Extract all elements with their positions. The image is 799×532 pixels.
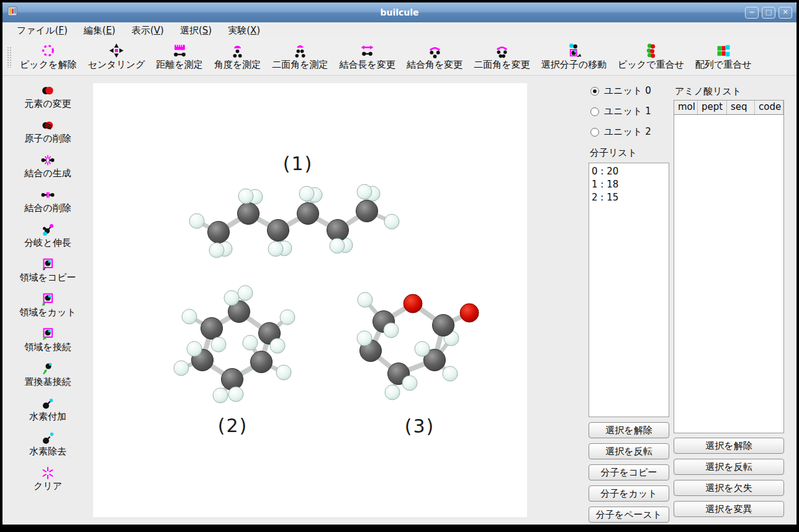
cut-molecule-button[interactable]: 分子をカット <box>589 485 669 502</box>
atom-H[interactable] <box>224 291 239 305</box>
toolbar-change-bond-length[interactable]: 結合長を変更 <box>334 42 401 71</box>
atom-H[interactable] <box>402 376 417 390</box>
molecule-viewport[interactable]: (1)(2)(3) <box>93 83 527 517</box>
toolbar-measure-angle[interactable]: 角度を測定 <box>209 42 266 71</box>
sidebar-create-bond[interactable]: 結合の生成 <box>2 153 93 179</box>
atom-C[interactable] <box>238 203 260 225</box>
amino-invert-selection-button[interactable]: 選択を反転 <box>674 459 784 475</box>
toolbar-superpose-array[interactable]: 配列で重合せ <box>690 42 757 71</box>
atom-H[interactable] <box>238 286 253 300</box>
atom-H[interactable] <box>276 365 291 380</box>
sidebar-cut-region[interactable]: 領域をカット <box>2 292 93 318</box>
atom-H[interactable] <box>270 338 285 353</box>
sidebar-branch-extend[interactable]: 分岐と伸長 <box>2 222 93 249</box>
atom-H[interactable] <box>174 361 189 376</box>
radio-icon[interactable] <box>590 107 599 116</box>
toolbar-grip-handle[interactable] <box>7 47 12 68</box>
molecule-listbox[interactable]: 0 : 201 : 182 : 15 <box>589 163 669 417</box>
molecule-list-item[interactable]: 1 : 18 <box>592 178 669 191</box>
minimize-button[interactable]: − <box>745 7 759 19</box>
sidebar-connect-substituent[interactable]: 置換基接続 <box>2 361 93 388</box>
atom-H[interactable] <box>211 337 226 352</box>
toolbar-item-label: 二面角を変更 <box>474 59 530 71</box>
atom-C[interactable] <box>251 351 273 373</box>
atom-H[interactable] <box>238 189 253 204</box>
close-button[interactable]: ✕ <box>779 7 792 19</box>
amino-deselect-button[interactable]: 選択を解除 <box>674 438 784 454</box>
atom-H[interactable] <box>209 243 224 258</box>
atom-H[interactable] <box>358 292 372 307</box>
sidebar-item-label: 原子の削除 <box>24 133 71 145</box>
atom-C[interactable] <box>356 201 378 222</box>
atom-H[interactable] <box>384 214 399 229</box>
invert-selection-button[interactable]: 選択を反転 <box>589 443 669 459</box>
toolbar-measure-distance[interactable]: 距離を測定 <box>151 42 209 71</box>
atom-C[interactable] <box>201 318 223 340</box>
hexane-chain[interactable] <box>189 184 399 258</box>
amino-table[interactable]: molpeptseqcode <box>674 100 784 433</box>
sidebar-change-element[interactable]: 元素の変更 <box>2 83 93 110</box>
molecule-list-item[interactable]: 0 : 20 <box>592 165 669 178</box>
sidebar-connect-region[interactable]: 領域を接続 <box>2 327 93 353</box>
molecule-list-item[interactable]: 2 : 15 <box>592 191 669 204</box>
atom-H[interactable] <box>357 331 372 346</box>
sidebar-item-label: 置換基接続 <box>25 376 71 388</box>
toolbar-centering[interactable]: センタリング <box>82 42 150 71</box>
menu-item-s[interactable]: 選択(S) <box>172 24 220 38</box>
toolbar-move-molecule[interactable]: 選択分子の移動 <box>536 42 612 71</box>
menu-item-f[interactable]: ファイル(F) <box>9 24 76 38</box>
atom-H[interactable] <box>330 238 345 253</box>
sidebar-delete-bond[interactable]: 結合の削除 <box>2 187 93 214</box>
radio-icon[interactable] <box>590 128 599 137</box>
atom-C[interactable] <box>433 315 454 336</box>
atom-H[interactable] <box>385 385 400 400</box>
atom-C[interactable] <box>222 369 243 390</box>
sidebar-remove-hydrogen[interactable]: 水素除去 <box>2 431 93 458</box>
menu-item-x[interactable]: 実験(X) <box>220 24 268 38</box>
atom-C[interactable] <box>268 220 289 241</box>
unit-radio-group: ユニット 0ユニット 1ユニット 2 <box>589 81 669 142</box>
paste-molecule-button[interactable]: 分子をペースト <box>589 507 669 523</box>
maximize-button[interactable]: □ <box>762 7 775 19</box>
molecule-canvas[interactable]: (1)(2)(3) <box>93 83 527 517</box>
atom-H[interactable] <box>228 387 243 402</box>
atom-O[interactable] <box>404 294 422 313</box>
atom-H[interactable] <box>415 341 430 356</box>
atom-H[interactable] <box>280 310 295 325</box>
atom-H[interactable] <box>384 323 399 338</box>
amino-mutate-selection-button[interactable]: 選択を変異 <box>674 501 784 517</box>
toolbar-clear-pick[interactable]: ピックを解除 <box>14 42 82 71</box>
valerolactone-ring[interactable] <box>357 292 479 400</box>
sidebar-add-hydrogen[interactable]: 水素付加 <box>2 396 93 423</box>
atom-H[interactable] <box>243 335 258 350</box>
toolbar-change-dihedral[interactable]: 二面角を変更 <box>468 42 535 71</box>
atom-C[interactable] <box>208 222 230 243</box>
toolbar-measure-dihedral[interactable]: 二面角を測定 <box>266 42 333 71</box>
menu-item-e[interactable]: 編集(E) <box>76 24 124 38</box>
atom-H[interactable] <box>182 309 197 324</box>
deselect-button[interactable]: 選択を解除 <box>589 422 669 438</box>
atom-H[interactable] <box>357 184 372 199</box>
atom-H[interactable] <box>268 241 283 256</box>
radio-icon[interactable] <box>590 87 599 96</box>
atom-O[interactable] <box>460 304 479 322</box>
atom-H[interactable] <box>299 186 314 201</box>
unit-radio-1[interactable]: ユニット 1 <box>589 101 669 122</box>
atom-C[interactable] <box>297 203 319 225</box>
amino-delete-selection-button[interactable]: 選択を欠失 <box>674 480 784 496</box>
atom-H[interactable] <box>189 214 204 228</box>
cyclohexane-ring[interactable] <box>174 286 295 403</box>
atom-H[interactable] <box>213 388 228 403</box>
sidebar-clear[interactable]: クリア <box>2 466 93 492</box>
toolbar-change-bond-angle[interactable]: 結合角を変更 <box>401 42 468 71</box>
atom-H[interactable] <box>443 366 458 381</box>
menu-item-v[interactable]: 表示(V) <box>124 24 172 38</box>
sidebar-delete-atom[interactable]: 原子の削除 <box>2 118 93 145</box>
copy-molecule-button[interactable]: 分子をコピー <box>589 464 669 480</box>
sidebar-copy-region[interactable]: 領域をコピー <box>2 257 93 284</box>
unit-radio-2[interactable]: ユニット 2 <box>589 122 669 142</box>
unit-radio-0[interactable]: ユニット 0 <box>589 81 669 101</box>
toolbar-superpose-pick[interactable]: ピックで重合せ <box>612 42 690 71</box>
atom-C[interactable] <box>327 220 349 241</box>
atom-H[interactable] <box>187 341 202 356</box>
